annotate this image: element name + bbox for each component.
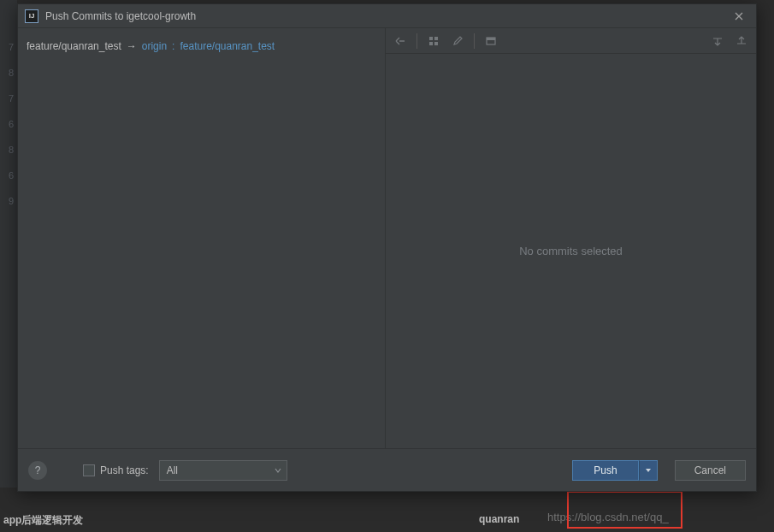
push-button[interactable]: Push	[572, 460, 638, 481]
svg-rect-4	[429, 42, 433, 45]
commit-tree-pane[interactable]: feature/quanran_test → origin : feature/…	[18, 28, 386, 448]
close-button[interactable]	[729, 8, 749, 25]
cancel-button[interactable]: Cancel	[675, 460, 746, 481]
svg-rect-7	[487, 38, 495, 40]
push-tags-checkbox[interactable]	[83, 464, 95, 476]
push-tags-label: Push tags:	[100, 464, 149, 476]
highlight-annotation	[567, 491, 682, 529]
help-button[interactable]: ?	[28, 461, 47, 480]
remote-separator: :	[172, 40, 174, 52]
push-commits-dialog: IJ Push Commits to igetcool-growth featu…	[17, 3, 757, 492]
toolbar-separator	[417, 33, 417, 49]
push-tags-value: All	[167, 464, 178, 476]
remote-name[interactable]: origin	[142, 40, 167, 52]
toolbar-separator	[474, 33, 475, 49]
empty-state-text: No commits selected	[519, 245, 623, 257]
dialog-footer: ? Push tags: All Push Cancel	[18, 448, 756, 491]
push-split-button: Push	[572, 460, 657, 481]
commit-message: app后端逻辑开发	[3, 513, 83, 528]
arrow-icon: →	[127, 40, 137, 52]
intellij-icon: IJ	[25, 9, 38, 23]
chevron-down-icon	[275, 467, 281, 474]
remote-branch[interactable]: feature/quanran_test	[180, 40, 275, 52]
background-vcs-log: app后端逻辑开发 quanran https://blog.csdn.net/…	[0, 488, 774, 532]
branch-spec[interactable]: feature/quanran_test → origin : feature/…	[27, 40, 376, 52]
push-dropdown-button[interactable]	[639, 460, 658, 481]
close-icon	[735, 12, 743, 21]
svg-rect-5	[434, 42, 438, 45]
arrow-merge-icon[interactable]	[393, 33, 408, 49]
grid-icon[interactable]	[426, 33, 441, 49]
dialog-titlebar: IJ Push Commits to igetcool-growth	[18, 4, 756, 28]
local-branch: feature/quanran_test	[27, 40, 121, 52]
edit-icon[interactable]	[450, 33, 465, 49]
dialog-title: Push Commits to igetcool-growth	[45, 10, 729, 22]
chevron-down-icon	[645, 467, 652, 474]
push-tags-select[interactable]: All	[159, 460, 287, 481]
push-tags-option: Push tags:	[83, 464, 149, 476]
details-toolbar	[386, 28, 756, 54]
preview-icon[interactable]	[483, 33, 499, 49]
collapse-all-icon[interactable]	[734, 33, 749, 49]
expand-all-icon[interactable]	[710, 33, 725, 49]
help-icon: ?	[35, 464, 41, 476]
editor-gutter: 7 8 7 6 8 6 9	[0, 0, 17, 532]
dialog-body: feature/quanran_test → origin : feature/…	[18, 28, 756, 448]
empty-state: No commits selected	[386, 54, 756, 448]
commit-author: quanran	[479, 513, 519, 525]
details-pane: No commits selected	[386, 28, 756, 448]
svg-rect-2	[429, 37, 433, 40]
svg-rect-3	[434, 37, 438, 40]
